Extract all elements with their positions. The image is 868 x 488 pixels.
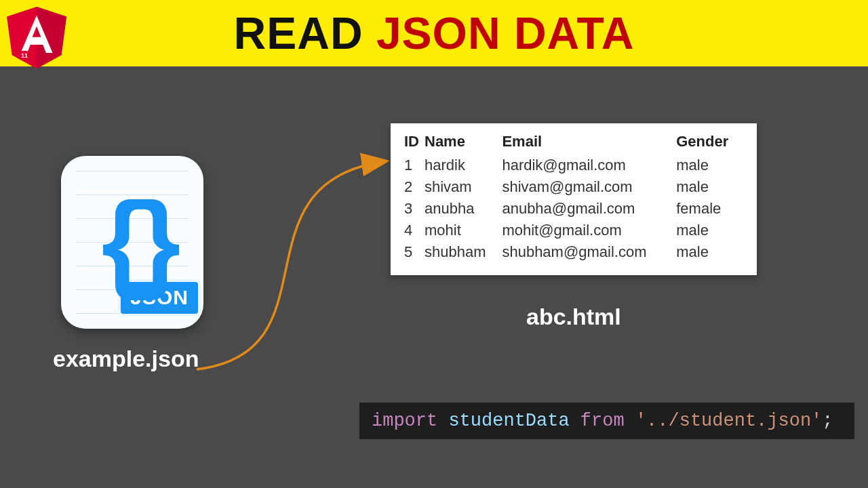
cell-email: anubha@gmail.com — [502, 198, 676, 220]
cell-name: shubham — [425, 241, 502, 263]
cell-email: shivam@gmail.com — [502, 176, 676, 198]
cell-id: 5 — [404, 241, 425, 263]
page-title: READ JSON DATA — [234, 7, 635, 59]
cell-gender: female — [676, 198, 743, 220]
source-file-label: example.json — [53, 346, 199, 372]
json-file-icon: { } JSON — [61, 156, 203, 329]
code-identifier: studentData — [448, 411, 569, 431]
code-keyword-import: import — [372, 411, 437, 431]
table-row: 3anubhaanubha@gmail.comfemale — [404, 198, 743, 220]
output-file-label: abc.html — [526, 304, 621, 330]
cell-name: shivam — [425, 176, 502, 198]
table-row: 5shubhamshubham@gmail.commale — [404, 241, 743, 263]
cell-name: anubha — [425, 198, 502, 220]
code-semicolon: ; — [822, 411, 833, 431]
header-banner: 11 READ JSON DATA — [0, 0, 868, 66]
cell-gender: male — [676, 241, 743, 263]
header-id: ID — [404, 133, 425, 155]
code-string: '../student.json' — [635, 411, 822, 431]
header-gender: Gender — [676, 133, 743, 155]
table-row: 4mohitmohit@gmail.commale — [404, 220, 743, 241]
cell-email: hardik@gmail.com — [502, 155, 676, 176]
arrow-icon — [190, 142, 400, 380]
data-table: ID Name Email Gender 1hardikhardik@gmail… — [391, 123, 757, 275]
cell-id: 4 — [404, 220, 425, 241]
cell-id: 2 — [404, 176, 425, 198]
cell-email: mohit@gmail.com — [502, 220, 676, 241]
table-row: 1hardikhardik@gmail.commale — [404, 155, 743, 176]
table-row: 2shivamshivam@gmail.commale — [404, 176, 743, 198]
cell-gender: male — [676, 155, 743, 176]
cell-name: mohit — [425, 220, 502, 241]
code-keyword-from: from — [580, 411, 625, 431]
cell-gender: male — [676, 176, 743, 198]
code-snippet: import studentData from '../student.json… — [359, 403, 854, 439]
cell-id: 3 — [404, 198, 425, 220]
cell-email: shubham@gmail.com — [502, 241, 676, 263]
header-name: Name — [425, 133, 502, 155]
table-header-row: ID Name Email Gender — [404, 133, 743, 155]
cell-name: hardik — [425, 155, 502, 176]
angular-logo-icon: 11 — [3, 1, 71, 69]
header-email: Email — [502, 133, 676, 155]
cell-gender: male — [676, 220, 743, 241]
svg-text:11: 11 — [21, 52, 28, 59]
title-part2: JSON DATA — [376, 8, 635, 58]
braces-icon: { } — [102, 186, 163, 295]
cell-id: 1 — [404, 155, 425, 176]
title-part1: READ — [234, 8, 376, 58]
